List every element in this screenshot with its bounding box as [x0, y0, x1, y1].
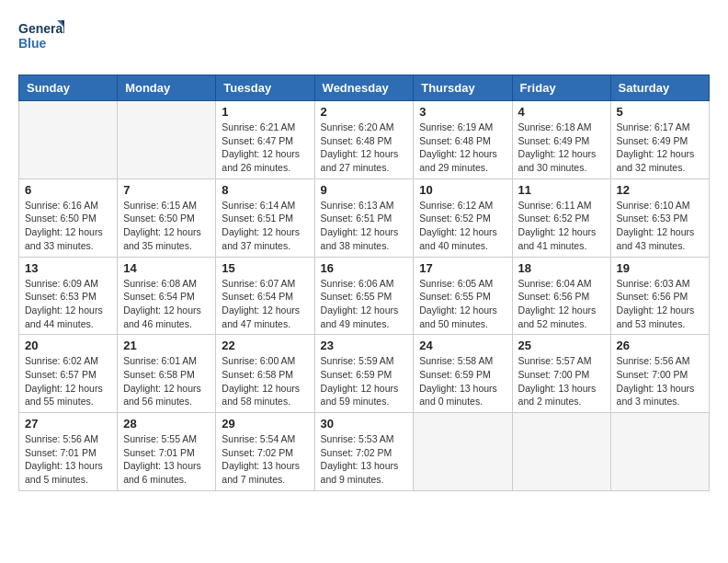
day-info: Sunrise: 6:13 AMSunset: 6:51 PMDaylight:… — [321, 199, 408, 253]
day-info: Sunrise: 6:17 AMSunset: 6:49 PMDaylight:… — [617, 121, 703, 175]
day-number: 22 — [222, 339, 308, 352]
calendar-cell: 6Sunrise: 6:16 AMSunset: 6:50 PMDaylight… — [19, 178, 118, 257]
calendar-cell: 22Sunrise: 6:00 AMSunset: 6:58 PMDayligh… — [216, 335, 314, 413]
week-row-4: 20Sunrise: 6:02 AMSunset: 6:57 PMDayligh… — [19, 335, 710, 413]
calendar-cell: 10Sunrise: 6:12 AMSunset: 6:52 PMDayligh… — [414, 178, 512, 257]
day-number: 27 — [25, 417, 111, 431]
day-number: 20 — [25, 339, 111, 352]
day-number: 3 — [419, 105, 506, 119]
calendar-header-thursday: Thursday — [414, 75, 512, 101]
calendar-cell: 25Sunrise: 5:57 AMSunset: 7:00 PMDayligh… — [512, 335, 610, 413]
calendar-cell: 30Sunrise: 5:53 AMSunset: 7:02 PMDayligh… — [314, 413, 414, 491]
day-number: 2 — [321, 105, 408, 119]
calendar-cell: 11Sunrise: 6:11 AMSunset: 6:52 PMDayligh… — [512, 178, 610, 257]
calendar-cell — [610, 413, 709, 491]
day-number: 6 — [25, 183, 111, 197]
day-number: 16 — [321, 261, 408, 275]
calendar-cell: 18Sunrise: 6:04 AMSunset: 6:56 PMDayligh… — [512, 257, 610, 335]
calendar-cell: 27Sunrise: 5:56 AMSunset: 7:01 PMDayligh… — [19, 413, 118, 491]
day-number: 25 — [518, 339, 605, 352]
day-number: 14 — [123, 261, 210, 275]
day-info: Sunrise: 6:07 AMSunset: 6:54 PMDaylight:… — [222, 277, 308, 331]
week-row-2: 6Sunrise: 6:16 AMSunset: 6:50 PMDaylight… — [19, 178, 710, 257]
svg-text:General: General — [18, 21, 64, 36]
calendar-cell: 8Sunrise: 6:14 AMSunset: 6:51 PMDaylight… — [216, 178, 314, 257]
day-info: Sunrise: 6:09 AMSunset: 6:53 PMDaylight:… — [25, 277, 111, 331]
day-number: 15 — [222, 261, 308, 275]
day-number: 19 — [617, 261, 703, 275]
day-info: Sunrise: 6:04 AMSunset: 6:56 PMDaylight:… — [518, 277, 605, 331]
calendar-cell: 14Sunrise: 6:08 AMSunset: 6:54 PMDayligh… — [118, 257, 216, 335]
day-number: 26 — [617, 339, 703, 352]
day-info: Sunrise: 5:56 AMSunset: 7:00 PMDaylight:… — [617, 354, 703, 408]
calendar-cell: 28Sunrise: 5:55 AMSunset: 7:01 PMDayligh… — [118, 413, 216, 491]
calendar-cell: 5Sunrise: 6:17 AMSunset: 6:49 PMDaylight… — [610, 101, 709, 179]
day-number: 18 — [518, 261, 605, 275]
calendar-cell — [414, 413, 512, 491]
day-info: Sunrise: 6:00 AMSunset: 6:58 PMDaylight:… — [222, 354, 308, 408]
day-info: Sunrise: 6:14 AMSunset: 6:51 PMDaylight:… — [222, 199, 308, 253]
page-header: General Blue — [18, 18, 710, 60]
calendar-cell: 19Sunrise: 6:03 AMSunset: 6:56 PMDayligh… — [610, 257, 709, 335]
day-number: 13 — [25, 261, 111, 275]
logo: General Blue — [18, 18, 64, 60]
day-info: Sunrise: 5:58 AMSunset: 6:59 PMDaylight:… — [419, 354, 506, 408]
day-info: Sunrise: 6:19 AMSunset: 6:48 PMDaylight:… — [419, 121, 506, 175]
calendar-cell: 20Sunrise: 6:02 AMSunset: 6:57 PMDayligh… — [19, 335, 118, 413]
day-number: 5 — [617, 105, 703, 119]
calendar-cell — [512, 413, 610, 491]
day-info: Sunrise: 5:57 AMSunset: 7:00 PMDaylight:… — [518, 354, 605, 408]
calendar-header-friday: Friday — [512, 75, 610, 101]
calendar-cell: 9Sunrise: 6:13 AMSunset: 6:51 PMDaylight… — [314, 178, 414, 257]
day-number: 1 — [222, 105, 308, 119]
day-number: 8 — [222, 183, 308, 197]
day-info: Sunrise: 5:59 AMSunset: 6:59 PMDaylight:… — [321, 354, 408, 408]
calendar-header-monday: Monday — [118, 75, 216, 101]
calendar-cell: 1Sunrise: 6:21 AMSunset: 6:47 PMDaylight… — [216, 101, 314, 179]
day-info: Sunrise: 6:03 AMSunset: 6:56 PMDaylight:… — [617, 277, 703, 331]
calendar-cell: 4Sunrise: 6:18 AMSunset: 6:49 PMDaylight… — [512, 101, 610, 179]
logo-svg: General Blue — [18, 18, 64, 60]
day-number: 9 — [321, 183, 408, 197]
day-number: 12 — [617, 183, 703, 197]
calendar-cell: 26Sunrise: 5:56 AMSunset: 7:00 PMDayligh… — [610, 335, 709, 413]
calendar-table: SundayMondayTuesdayWednesdayThursdayFrid… — [18, 75, 710, 491]
calendar-cell: 13Sunrise: 6:09 AMSunset: 6:53 PMDayligh… — [19, 257, 118, 335]
calendar-cell: 29Sunrise: 5:54 AMSunset: 7:02 PMDayligh… — [216, 413, 314, 491]
day-number: 11 — [518, 183, 605, 197]
day-number: 24 — [419, 339, 506, 352]
day-info: Sunrise: 6:15 AMSunset: 6:50 PMDaylight:… — [123, 199, 210, 253]
calendar-header-sunday: Sunday — [19, 75, 118, 101]
day-info: Sunrise: 6:20 AMSunset: 6:48 PMDaylight:… — [321, 121, 408, 175]
calendar-header-row: SundayMondayTuesdayWednesdayThursdayFrid… — [19, 75, 710, 101]
svg-text:Blue: Blue — [18, 36, 47, 51]
day-info: Sunrise: 6:02 AMSunset: 6:57 PMDaylight:… — [25, 354, 111, 408]
week-row-3: 13Sunrise: 6:09 AMSunset: 6:53 PMDayligh… — [19, 257, 710, 335]
calendar-cell — [19, 101, 118, 179]
calendar-cell: 12Sunrise: 6:10 AMSunset: 6:53 PMDayligh… — [610, 178, 709, 257]
calendar-header-tuesday: Tuesday — [216, 75, 314, 101]
day-info: Sunrise: 6:12 AMSunset: 6:52 PMDaylight:… — [419, 199, 506, 253]
day-number: 10 — [419, 183, 506, 197]
calendar-cell — [118, 101, 216, 179]
day-info: Sunrise: 6:01 AMSunset: 6:58 PMDaylight:… — [123, 354, 210, 408]
week-row-1: 1Sunrise: 6:21 AMSunset: 6:47 PMDaylight… — [19, 101, 710, 179]
day-number: 29 — [222, 417, 308, 431]
day-info: Sunrise: 6:08 AMSunset: 6:54 PMDaylight:… — [123, 277, 210, 331]
calendar-cell: 16Sunrise: 6:06 AMSunset: 6:55 PMDayligh… — [314, 257, 414, 335]
day-info: Sunrise: 5:56 AMSunset: 7:01 PMDaylight:… — [25, 432, 111, 487]
day-number: 30 — [321, 417, 408, 431]
day-info: Sunrise: 6:11 AMSunset: 6:52 PMDaylight:… — [518, 199, 605, 253]
week-row-5: 27Sunrise: 5:56 AMSunset: 7:01 PMDayligh… — [19, 413, 710, 491]
calendar-cell: 21Sunrise: 6:01 AMSunset: 6:58 PMDayligh… — [118, 335, 216, 413]
calendar-cell: 23Sunrise: 5:59 AMSunset: 6:59 PMDayligh… — [314, 335, 414, 413]
day-number: 7 — [123, 183, 210, 197]
day-info: Sunrise: 6:10 AMSunset: 6:53 PMDaylight:… — [617, 199, 703, 253]
calendar-header-saturday: Saturday — [610, 75, 709, 101]
day-number: 21 — [123, 339, 210, 352]
day-number: 17 — [419, 261, 506, 275]
day-info: Sunrise: 5:54 AMSunset: 7:02 PMDaylight:… — [222, 432, 308, 487]
day-number: 23 — [321, 339, 408, 352]
calendar-cell: 2Sunrise: 6:20 AMSunset: 6:48 PMDaylight… — [314, 101, 414, 179]
calendar-cell: 24Sunrise: 5:58 AMSunset: 6:59 PMDayligh… — [414, 335, 512, 413]
